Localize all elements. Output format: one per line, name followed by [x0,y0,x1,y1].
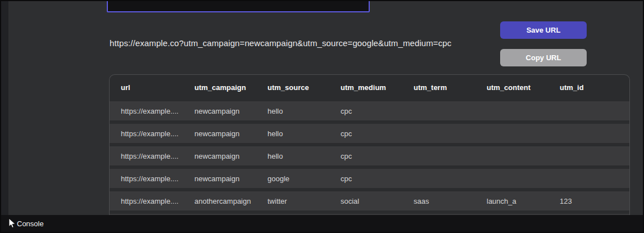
table-cell: https://example.... [121,107,194,115]
console-bar[interactable]: Console [1,215,643,232]
table-cell: cpc [341,152,414,160]
table-cell: cpc [341,107,414,115]
table-row: https://example....anothercampaigntwitte… [110,190,629,212]
mouse-cursor-icon [8,218,16,229]
table-cell: newcampaign [194,107,267,115]
table-row-band: https://example....newcampaignhellocpc [110,124,629,143]
copy-url-button[interactable]: Copy URL [500,49,587,66]
table-cell: newcampaign [194,129,267,138]
table-cell: social [341,197,414,205]
table-cell: launch_a [487,197,560,205]
utm-results-table: urlutm_campaignutm_sourceutm_mediumutm_t… [109,74,630,217]
table-cell: https://example.... [121,129,194,138]
column-header-utm_campaign: utm_campaign [194,83,267,92]
console-label: Console [17,219,44,228]
generated-url-text: https://example.co?utm_campaign=newcampa… [110,38,503,48]
table-cell: twitter [267,197,341,205]
table-cell: cpc [341,129,414,138]
table-header-row: urlutm_campaignutm_sourceutm_mediumutm_t… [110,75,629,100]
column-header-url: url [121,83,194,92]
table-cell: https://example.... [121,174,194,183]
table-cell: newcampaign [194,152,267,160]
table-cell: hello [267,129,341,138]
url-edit-input[interactable] [107,0,370,12]
table-body: https://example....newcampaignhellocpcht… [110,100,629,217]
table-cell: hello [267,152,341,160]
table-cell: saas [414,197,487,205]
table-row-band: https://example....newcampaigngooglecpc [110,169,629,188]
table-cell: https://example.... [121,152,194,160]
table-cell: google [267,174,341,183]
table-row: https://example....newcampaignhellocpc [110,122,629,145]
table-cell: newcampaign [194,174,267,183]
table-row: https://example....newcampaignhellocpc [110,145,629,167]
table-row: https://example....newcampaignhellocpc [110,100,629,122]
table-cell: cpc [341,174,414,183]
save-url-button[interactable]: Save URL [500,21,587,39]
column-header-utm_source: utm_source [267,83,341,92]
table-row-band: https://example....newcampaignhellocpc [110,146,629,165]
column-header-utm_id: utm_id [560,83,629,92]
column-header-utm_medium: utm_medium [341,83,414,92]
app-window: https://example.co?utm_campaign=newcampa… [0,0,644,233]
table-cell: anothercampaign [194,197,267,205]
table-row: https://example....newcampaigngooglecpc [110,167,629,190]
table-row-band: https://example....newcampaignhellocpc [110,101,629,120]
table-cell: 123 [560,197,629,205]
column-header-utm_content: utm_content [487,83,560,92]
column-header-utm_term: utm_term [414,83,487,92]
table-cell: hello [267,107,341,115]
left-panel-strip [1,1,8,216]
table-row-band: https://example....anothercampaigntwitte… [110,191,629,210]
table-cell: https://example.... [121,197,194,205]
